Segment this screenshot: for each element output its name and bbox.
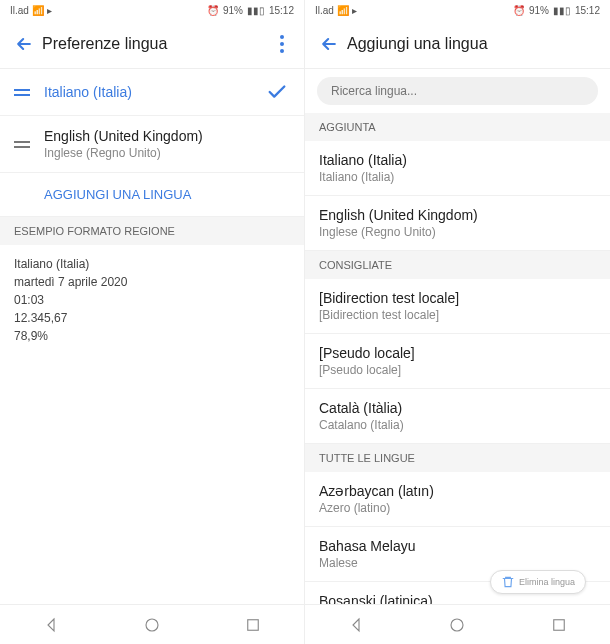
- language-name: Italiano (Italia): [44, 84, 266, 100]
- nav-back-button[interactable]: [327, 610, 385, 640]
- page-title: Aggiungi una lingua: [347, 35, 596, 53]
- battery-pct: 91%: [529, 5, 549, 16]
- svg-rect-1: [248, 619, 259, 630]
- svg-rect-3: [554, 619, 565, 630]
- item-sub: Catalano (Italia): [319, 418, 596, 432]
- language-name: English (United Kingdom): [44, 128, 288, 144]
- add-language-button[interactable]: AGGIUNGI UNA LINGUA: [0, 173, 304, 217]
- item-name: Italiano (Italia): [319, 152, 596, 168]
- item-sub: Azero (latino): [319, 501, 596, 515]
- battery-pct: 91%: [223, 5, 243, 16]
- signal-icon: 📶: [32, 5, 44, 16]
- delete-label: Elimina lingua: [519, 577, 575, 587]
- list-item[interactable]: Azərbaycan (latın) Azero (latino): [305, 472, 610, 527]
- item-sub: Inglese (Regno Unito): [319, 225, 596, 239]
- list-item[interactable]: Italiano (Italia) Italiano (Italia): [305, 141, 610, 196]
- alarm-icon: ⏰: [207, 5, 219, 16]
- list-item[interactable]: English (United Kingdom) Inglese (Regno …: [305, 196, 610, 251]
- carrier-label: Il.ad: [315, 5, 334, 16]
- item-sub: Italiano (Italia): [319, 170, 596, 184]
- clock: 15:12: [575, 5, 600, 16]
- item-sub: Malese: [319, 556, 596, 570]
- status-bar: Il.ad 📶 ▸ ⏰ 91% ▮▮▯ 15:12: [0, 0, 304, 20]
- drag-handle-icon[interactable]: [14, 89, 30, 96]
- drag-handle-icon[interactable]: [14, 141, 30, 148]
- item-name: Bahasa Melayu: [319, 538, 596, 554]
- language-sub: Inglese (Regno Unito): [44, 146, 288, 160]
- carrier-label: Il.ad: [10, 5, 29, 16]
- section-added: AGGIUNTA: [305, 113, 610, 141]
- header-bar: Preferenze lingua: [0, 20, 304, 69]
- item-name: Azərbaycan (latın): [319, 483, 596, 499]
- region-date: martedì 7 aprile 2020: [14, 273, 290, 291]
- item-sub: [Pseudo locale]: [319, 363, 596, 377]
- nav-home-button[interactable]: [123, 610, 181, 640]
- region-example-header: ESEMPIO FORMATO REGIONE: [0, 217, 304, 245]
- nav-bar: [305, 604, 610, 644]
- back-button[interactable]: [311, 30, 347, 58]
- svg-point-0: [146, 619, 158, 631]
- region-number: 12.345,67: [14, 309, 290, 327]
- item-name: [Pseudo locale]: [319, 345, 596, 361]
- region-info: Italiano (Italia) martedì 7 aprile 2020 …: [0, 245, 304, 355]
- signal-icon: 📶: [337, 5, 349, 16]
- alarm-icon: ⏰: [513, 5, 525, 16]
- clock: 15:12: [269, 5, 294, 16]
- region-locale: Italiano (Italia): [14, 255, 290, 273]
- overflow-menu-button[interactable]: [274, 31, 290, 57]
- delete-language-pill[interactable]: Elimina lingua: [490, 570, 586, 594]
- region-time: 01:03: [14, 291, 290, 309]
- wifi-icon: ▸: [47, 5, 52, 16]
- section-suggested: CONSIGLIATE: [305, 251, 610, 279]
- battery-icon: ▮▮▯: [553, 5, 571, 16]
- page-title: Preferenze lingua: [42, 35, 274, 53]
- nav-bar: [0, 604, 304, 644]
- nav-home-button[interactable]: [428, 610, 486, 640]
- trash-icon: [501, 575, 515, 589]
- section-all: TUTTE LE LINGUE: [305, 444, 610, 472]
- nav-recent-button[interactable]: [530, 610, 588, 640]
- region-percent: 78,9%: [14, 327, 290, 345]
- list-item[interactable]: [Bidirection test locale] [Bidirection t…: [305, 279, 610, 334]
- status-bar: Il.ad 📶 ▸ ⏰ 91% ▮▮▯ 15:12: [305, 0, 610, 20]
- nav-recent-button[interactable]: [224, 610, 282, 640]
- list-item[interactable]: [Pseudo locale] [Pseudo locale]: [305, 334, 610, 389]
- preferences-panel: Il.ad 📶 ▸ ⏰ 91% ▮▮▯ 15:12 Preferenze lin…: [0, 0, 305, 644]
- nav-back-button[interactable]: [22, 610, 80, 640]
- language-row[interactable]: Italiano (Italia): [0, 69, 304, 116]
- item-name: Català (Itàlia): [319, 400, 596, 416]
- battery-icon: ▮▮▯: [247, 5, 265, 16]
- check-icon: [266, 81, 288, 103]
- back-button[interactable]: [6, 30, 42, 58]
- add-language-panel: Il.ad 📶 ▸ ⏰ 91% ▮▮▯ 15:12 Aggiungi una l…: [305, 0, 610, 644]
- item-sub: [Bidirection test locale]: [319, 308, 596, 322]
- item-name: [Bidirection test locale]: [319, 290, 596, 306]
- header-bar: Aggiungi una lingua: [305, 20, 610, 69]
- item-name: English (United Kingdom): [319, 207, 596, 223]
- search-input[interactable]: [317, 77, 598, 105]
- wifi-icon: ▸: [352, 5, 357, 16]
- language-row[interactable]: English (United Kingdom) Inglese (Regno …: [0, 116, 304, 173]
- list-item[interactable]: Català (Itàlia) Catalano (Italia): [305, 389, 610, 444]
- svg-point-2: [451, 619, 463, 631]
